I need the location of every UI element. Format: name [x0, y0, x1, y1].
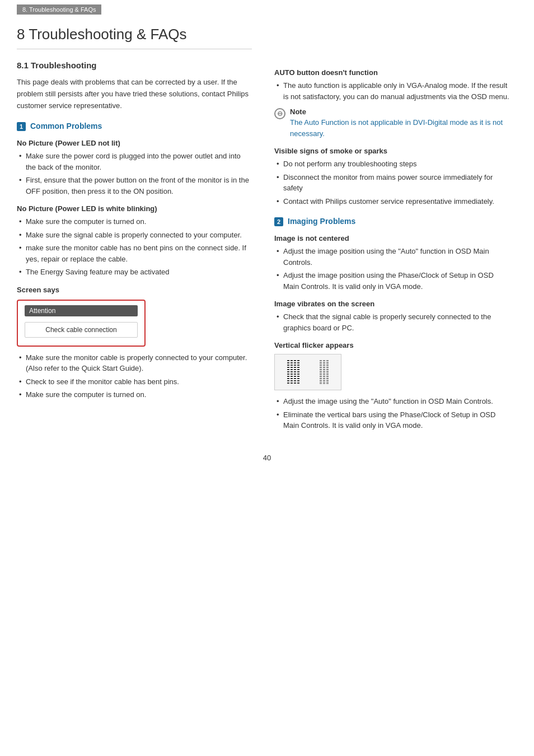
- list-item: Adjust the image position using the "Aut…: [274, 246, 509, 268]
- list-item: Make sure the computer is turned on.: [17, 389, 252, 400]
- left-column: 8 Troubleshooting & FAQs 8.1 Troubleshoo…: [17, 26, 252, 437]
- flicker-bar: [323, 360, 325, 385]
- vertical-flicker-title: Vertical flicker appears: [274, 341, 509, 349]
- no-power-led-lit-list: Make sure the power cord is plugged into…: [17, 151, 252, 197]
- list-item: Make sure the computer is turned on.: [17, 216, 252, 227]
- section-81-title: 8.1 Troubleshooting: [17, 60, 252, 70]
- chapter-title: 8 Troubleshooting & FAQs: [17, 26, 252, 49]
- right-column: AUTO button doesn't function The auto fu…: [274, 26, 509, 437]
- screen-says-box: Attention Check cable connection: [17, 300, 146, 347]
- flicker-bar: [291, 360, 293, 385]
- note-icon: ⊖: [274, 108, 285, 119]
- list-item: Contact with Philips customer service re…: [274, 196, 509, 207]
- image-not-centered-title: Image is not centered: [274, 234, 509, 242]
- note-text: The Auto Function is not applicable in D…: [290, 117, 509, 139]
- flicker-group-1: [287, 360, 299, 385]
- list-item: Make sure the monitor cable is properly …: [17, 352, 252, 374]
- list-item: The Energy Saving feature may be activat…: [17, 267, 252, 278]
- check-cable-text: Check cable connection: [25, 322, 138, 338]
- list-item: make sure the monitor cable has no bent …: [17, 242, 252, 264]
- imaging-problems-label: Imaging Problems: [288, 217, 355, 226]
- flicker-bars-graphic: [275, 354, 341, 390]
- visible-smoke-title: Visible signs of smoke or sparks: [274, 147, 509, 155]
- common-problems-header: 1 Common Problems: [17, 122, 252, 131]
- list-item: Disconnect the monitor from mains power …: [274, 172, 509, 194]
- flicker-bar: [294, 360, 296, 385]
- list-item: First, ensure that the power button on t…: [17, 175, 252, 197]
- attention-bar: Attention: [25, 305, 138, 316]
- flicker-bar: [297, 360, 299, 385]
- top-bar: 8. Troubleshooting & FAQs: [0, 0, 534, 15]
- intro-paragraph: This page deals with problems that can b…: [17, 77, 252, 111]
- list-item: Make sure the power cord is plugged into…: [17, 151, 252, 172]
- list-item: Check that the signal cable is properly …: [274, 311, 509, 333]
- section-number-1: 1: [17, 122, 26, 131]
- screen-says-bullets: Make sure the monitor cable is properly …: [17, 352, 252, 400]
- no-power-led-white-list: Make sure the computer is turned on. Mak…: [17, 216, 252, 278]
- image-vibrates-title: Image vibrates on the screen: [274, 300, 509, 308]
- flicker-bar: [326, 360, 329, 385]
- flicker-group-2: [320, 360, 329, 385]
- no-power-led-lit-title: No Picture (Power LED not lit): [17, 139, 252, 147]
- page-container: 8 Troubleshooting & FAQs 8.1 Troubleshoo…: [0, 15, 534, 484]
- list-item: Adjust the image position using the Phas…: [274, 270, 509, 292]
- chapter-breadcrumb: 8. Troubleshooting & FAQs: [17, 4, 101, 15]
- list-item: Do not perform any troubleshooting steps: [274, 158, 509, 170]
- note-box: ⊖ Note The Auto Function is not applicab…: [274, 108, 509, 139]
- list-item: The auto function is applicable only in …: [274, 80, 509, 102]
- visible-smoke-list: Do not perform any troubleshooting steps…: [274, 158, 509, 207]
- note-title: Note: [290, 108, 509, 116]
- flicker-bar: [320, 360, 322, 385]
- screen-says-label: Screen says: [17, 286, 252, 294]
- main-content: 8 Troubleshooting & FAQs 8.1 Troubleshoo…: [17, 26, 517, 437]
- list-item: Adjust the image using the "Auto" functi…: [274, 396, 509, 407]
- flicker-bar: [287, 360, 289, 385]
- list-item: Make sure the signal cable is properly c…: [17, 230, 252, 241]
- section-number-2: 2: [274, 217, 283, 226]
- page-number: 40: [17, 454, 517, 462]
- vertical-flicker-list: Adjust the image using the "Auto" functi…: [274, 396, 509, 431]
- list-item: Eliminate the vertical bars using the Ph…: [274, 409, 509, 431]
- image-not-centered-list: Adjust the image position using the "Aut…: [274, 246, 509, 292]
- auto-button-list: The auto function is applicable only in …: [274, 80, 509, 102]
- image-vibrates-list: Check that the signal cable is properly …: [274, 311, 509, 333]
- common-problems-label: Common Problems: [30, 122, 102, 130]
- no-power-led-white-title: No Picture (Power LED is white blinking): [17, 204, 252, 213]
- auto-button-title: AUTO button doesn't function: [274, 68, 509, 77]
- list-item: Check to see if the monitor cable has be…: [17, 376, 252, 388]
- note-content: Note The Auto Function is not applicable…: [290, 108, 509, 139]
- vertical-flicker-image: [274, 354, 341, 390]
- imaging-problems-header: 2 Imaging Problems: [274, 217, 509, 226]
